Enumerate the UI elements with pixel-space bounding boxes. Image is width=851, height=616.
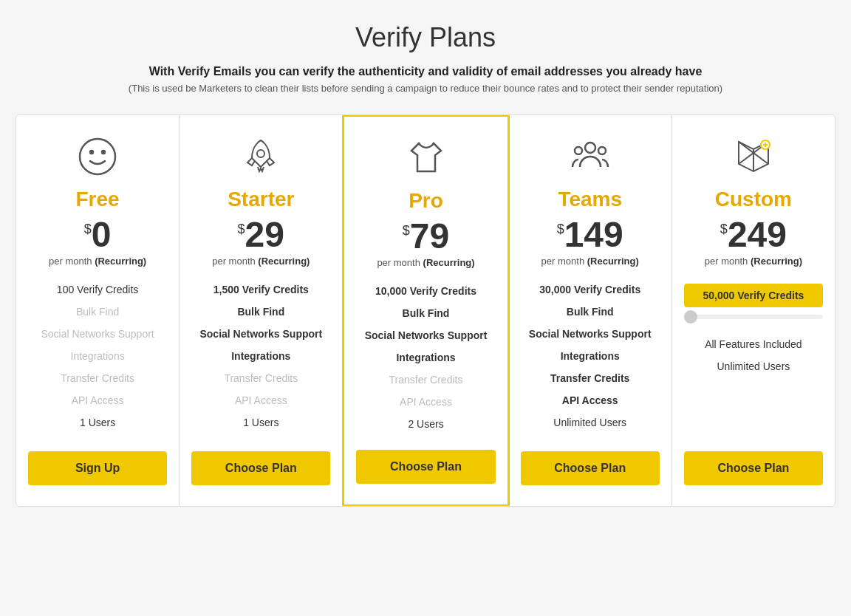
teams-period: per month (Recurring) [541,256,639,267]
starter-period: per month (Recurring) [212,256,310,267]
free-feature-2: Social Networks Support [28,323,167,345]
teams-feature-0: 30,000 Verify Credits [521,278,660,301]
teams-currency: $ [557,222,564,237]
free-feature-0: 100 Verify Credits [28,278,167,301]
starter-feature-5: API Access [191,389,330,411]
plan-card-custom: Custom$249per month (Recurring)50,000 Ve… [672,115,835,506]
pro-name: Pro [409,189,443,213]
custom-feature-1: All Features Included [684,333,823,355]
plans-container: Free$0per month (Recurring)100 Verify Cr… [16,114,835,507]
starter-feature-4: Transfer Credits [191,367,330,389]
plan-card-pro: Pro$79per month (Recurring)10,000 Verify… [342,114,509,507]
svg-point-2 [102,151,105,154]
starter-button[interactable]: Choose Plan [191,451,330,485]
custom-features: 50,000 Verify CreditsAll Features Includ… [684,278,823,437]
starter-price: 29 [245,217,284,253]
starter-feature-0: 1,500 Verify Credits [191,278,330,301]
starter-icon [237,133,284,180]
pro-feature-5: API Access [356,391,495,413]
plan-card-starter: Starter$29per month (Recurring)1,500 Ver… [180,115,343,506]
custom-slider[interactable] [684,315,823,319]
pro-currency: $ [403,223,410,239]
svg-point-0 [80,139,115,174]
teams-feature-5: API Access [521,389,660,411]
custom-name: Custom [715,188,792,211]
teams-price-row: $149 [557,217,623,253]
teams-period-note: (Recurring) [587,256,639,267]
custom-period-note: (Recurring) [751,256,802,267]
free-feature-4: Transfer Credits [28,367,167,389]
teams-icon [567,133,614,180]
free-period: per month (Recurring) [49,256,146,267]
free-feature-6: 1 Users [28,411,167,434]
custom-feature-0: 50,000 Verify Credits [684,278,823,333]
starter-name: Starter [228,188,294,211]
teams-features: 30,000 Verify CreditsBulk FindSocial Net… [521,278,660,437]
teams-button[interactable]: Choose Plan [521,451,660,485]
free-feature-5: API Access [28,389,167,411]
free-price-row: $0 [84,217,112,253]
free-features: 100 Verify CreditsBulk FindSocial Networ… [28,278,167,437]
teams-feature-6: Unlimited Users [521,411,660,434]
custom-currency: $ [720,222,728,237]
starter-feature-3: Integrations [191,345,330,367]
custom-price-row: $249 [720,217,787,253]
starter-feature-6: 1 Users [191,411,330,434]
pro-period-note: (Recurring) [423,257,475,268]
pro-feature-1: Bulk Find [356,302,495,324]
custom-credits-badge: 50,000 Verify Credits [684,284,823,307]
svg-point-1 [90,151,93,154]
custom-feature-2: Unlimited Users [684,355,823,377]
teams-feature-3: Integrations [521,345,660,367]
free-button[interactable]: Sign Up [28,451,167,485]
free-currency: $ [84,222,92,237]
free-icon [74,133,121,180]
custom-button[interactable]: Choose Plan [684,451,823,485]
teams-feature-4: Transfer Credits [521,367,660,389]
subtitle-note: (This is used be Marketers to clean thei… [129,83,722,94]
teams-name: Teams [558,188,622,211]
svg-point-5 [575,147,582,154]
starter-currency: $ [238,222,245,237]
pro-price-row: $79 [403,219,449,254]
pro-features: 10,000 Verify CreditsBulk FindSocial Net… [356,280,495,435]
custom-period: per month (Recurring) [705,256,802,267]
svg-point-6 [598,147,606,154]
starter-feature-1: Bulk Find [191,301,330,323]
free-price: 0 [92,217,112,253]
starter-feature-2: Social Networks Support [191,323,330,345]
svg-point-3 [257,150,264,157]
pro-feature-0: 10,000 Verify Credits [356,280,495,302]
pro-feature-3: Integrations [356,346,495,369]
plan-card-free: Free$0per month (Recurring)100 Verify Cr… [16,115,180,506]
starter-period-note: (Recurring) [258,256,310,267]
pro-period: per month (Recurring) [377,257,474,268]
pro-feature-4: Transfer Credits [356,369,495,391]
pro-icon [403,134,450,182]
svg-point-4 [585,143,595,153]
free-feature-1: Bulk Find [28,301,167,323]
plan-card-teams: Teams$149per month (Recurring)30,000 Ver… [509,115,672,506]
subtitle: With Verify Emails you can verify the au… [149,65,703,78]
free-name: Free [76,188,120,211]
pro-price: 79 [410,219,449,254]
teams-feature-1: Bulk Find [521,301,660,323]
starter-features: 1,500 Verify CreditsBulk FindSocial Netw… [191,278,330,437]
pro-button[interactable]: Choose Plan [356,450,495,484]
page-title: Verify Plans [355,22,496,53]
free-feature-3: Integrations [28,345,167,367]
teams-feature-2: Social Networks Support [521,323,660,345]
pro-feature-2: Social Networks Support [356,324,495,346]
starter-price-row: $29 [238,217,284,253]
custom-icon [730,133,777,180]
free-period-note: (Recurring) [95,256,146,267]
teams-price: 149 [564,217,623,253]
pro-feature-6: 2 Users [356,413,495,435]
custom-price: 249 [728,217,787,253]
